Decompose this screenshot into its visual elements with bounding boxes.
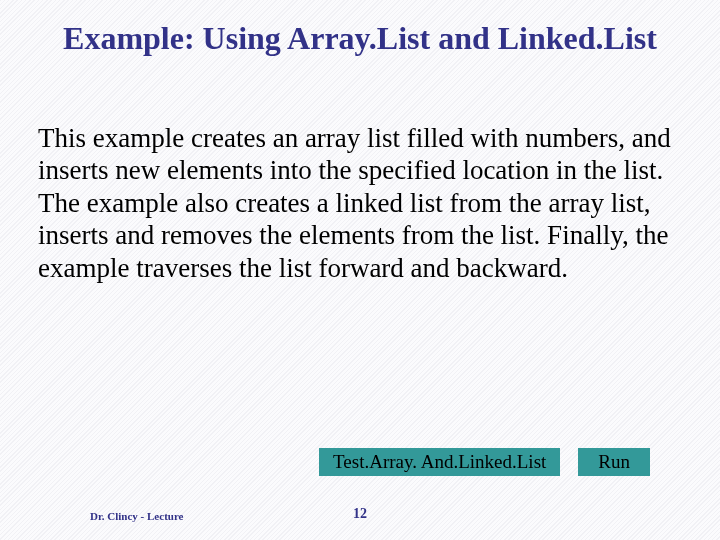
run-button[interactable]: Run [578,448,650,476]
footer-page-number: 12 [0,506,720,522]
slide: Example: Using Array.List and Linked.Lis… [0,0,720,540]
test-arraylist-linkedlist-button[interactable]: Test.Array. And.Linked.List [319,448,560,476]
button-row: Test.Array. And.Linked.List Run [319,448,650,476]
slide-body-text: This example creates an array list fille… [38,122,688,284]
slide-title: Example: Using Array.List and Linked.Lis… [0,20,720,57]
